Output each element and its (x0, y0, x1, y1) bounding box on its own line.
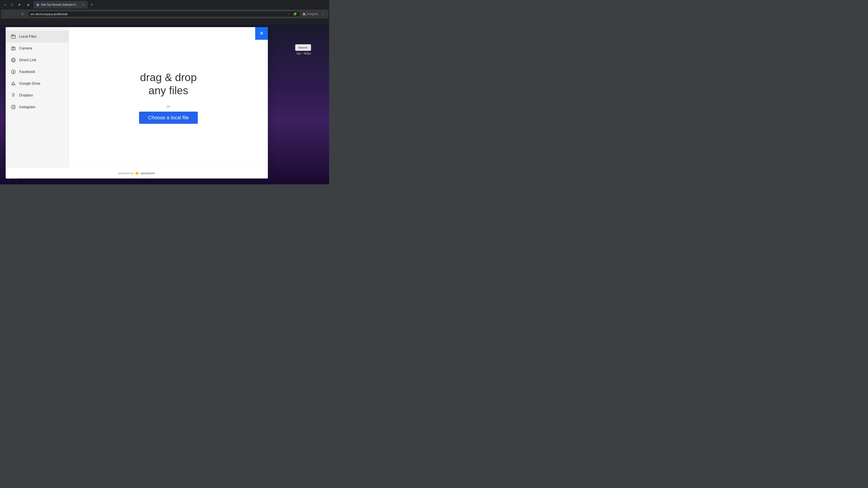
incognito-icon: 🕵 (303, 12, 306, 15)
local-files-icon (10, 33, 17, 40)
page-background: banner 0px * 460px Links Local Files (0, 25, 329, 184)
direct-link-icon (10, 57, 17, 63)
dropbox-icon (10, 92, 17, 98)
modal-sidebar: Local Files Camera (6, 27, 69, 168)
tab-title: Hire Top Remote Software Dev... (41, 3, 80, 6)
minimize-button[interactable]: ─ (2, 2, 8, 8)
modal-close-button[interactable]: ✕ (255, 27, 268, 40)
modal-body: Local Files Camera (6, 27, 268, 168)
google-drive-icon (10, 80, 17, 87)
sidebar-item-google-drive[interactable]: Google Drive (6, 78, 69, 90)
uploadcare-dot (135, 172, 138, 175)
facebook-label: Facebook (19, 70, 35, 74)
omnibox-icons: ☆ 🧩 (286, 11, 298, 17)
omnibox-url: arc.dev/company-profile/edit (31, 12, 285, 16)
sidebar-item-direct-link[interactable]: Direct Link (6, 54, 69, 66)
tab-scroll-left-button[interactable]: ▶ (25, 2, 32, 8)
active-tab[interactable]: A Hire Top Remote Software Dev... ✕ (33, 1, 88, 8)
camera-label: Camera (19, 46, 32, 51)
local-files-label: Local Files (19, 35, 36, 39)
sidebar-item-local-files[interactable]: Local Files (6, 31, 69, 42)
omnibox[interactable]: arc.dev/company-profile/edit ☆ 🧩 (28, 11, 301, 17)
svg-point-9 (13, 106, 14, 108)
banner-size-text: 0px * 460px (297, 52, 311, 55)
choose-local-file-button[interactable]: Choose a local file (139, 111, 198, 124)
title-bar: ─ □ ✕ ▶ A Hire Top Remote Software Dev..… (0, 0, 329, 9)
more-options-button[interactable]: ⋮ (320, 11, 326, 17)
reload-button[interactable]: ↻ (20, 11, 26, 17)
direct-link-label: Direct Link (19, 58, 36, 62)
powered-by-text: powered by (119, 171, 133, 175)
maximize-button[interactable]: □ (9, 2, 16, 8)
modal-footer: powered by uploadcare (6, 168, 268, 178)
instagram-label: Instagram (19, 105, 35, 109)
sidebar-item-facebook[interactable]: Facebook (6, 66, 69, 78)
sidebar-item-camera[interactable]: Camera (6, 42, 69, 54)
tab-favicon: A (36, 3, 39, 6)
drag-drop-line1: drag & drop (140, 71, 197, 84)
window-controls: ─ □ ✕ (2, 2, 23, 8)
svg-rect-2 (11, 35, 16, 38)
forward-button[interactable]: → (11, 11, 18, 17)
svg-rect-3 (12, 35, 13, 35)
close-icon: ✕ (259, 31, 264, 36)
extensions-button[interactable]: 🧩 (292, 11, 298, 17)
browser-chrome: ─ □ ✕ ▶ A Hire Top Remote Software Dev..… (0, 0, 329, 25)
svg-text:A: A (37, 4, 38, 6)
dropbox-label: Dropbox (19, 93, 33, 97)
svg-point-10 (14, 106, 15, 106)
facebook-icon (10, 69, 17, 75)
back-button[interactable]: ← (3, 11, 9, 17)
upload-modal: Local Files Camera (6, 27, 268, 178)
drag-drop-area: drag & drop any files (140, 71, 197, 97)
banner-button[interactable]: banner (295, 44, 311, 51)
new-tab-button[interactable]: + (89, 2, 95, 8)
brand-name: uploadcare (141, 171, 155, 175)
instagram-icon (10, 104, 17, 110)
or-label: or (166, 104, 170, 109)
drag-drop-line2: any files (140, 84, 197, 97)
bookmark-button[interactable]: ☆ (286, 11, 291, 17)
sidebar-item-instagram[interactable]: Instagram (6, 101, 69, 113)
modal-main: ✕ drag & drop any files or Choose a loca… (69, 27, 268, 168)
incognito-badge: 🕵 Incognito (303, 12, 318, 15)
close-button[interactable]: ✕ (16, 2, 23, 8)
google-drive-label: Google Drive (19, 82, 40, 86)
omnibar-row: ← → ↻ arc.dev/company-profile/edit ☆ 🧩 🕵… (1, 9, 328, 19)
tab-close-button[interactable]: ✕ (81, 3, 85, 6)
sidebar-item-dropbox[interactable]: Dropbox (6, 90, 69, 101)
svg-point-5 (13, 48, 14, 50)
camera-icon (10, 45, 17, 52)
incognito-label: Incognito (307, 12, 318, 15)
